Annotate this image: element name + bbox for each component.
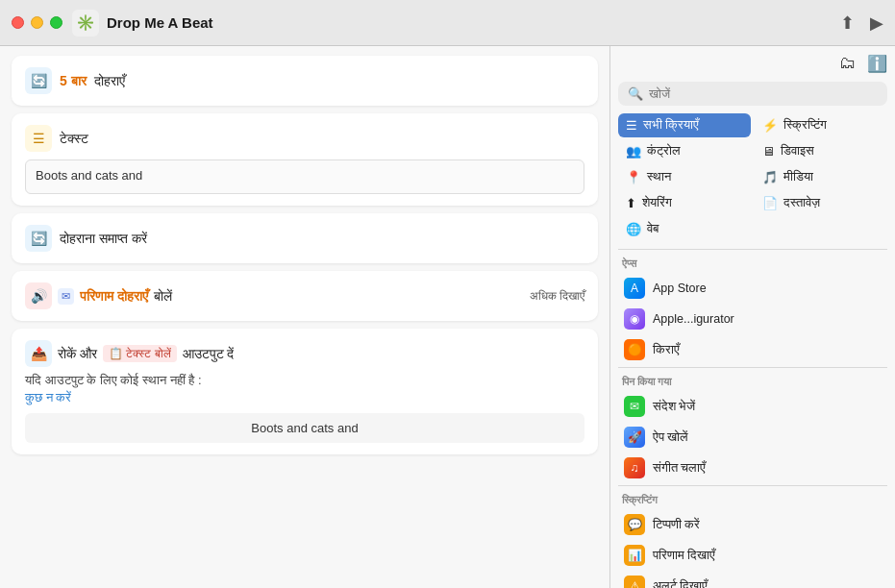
end-repeat-label: दोहराना समाप्त करें bbox=[60, 231, 147, 247]
list-item-comment[interactable]: 💬 टिप्पणी करें bbox=[618, 509, 887, 540]
launch-label: ऐप खोलें bbox=[653, 430, 688, 445]
category-control-label: कंट्रोल bbox=[647, 144, 681, 159]
output-icon: 📤 bbox=[25, 340, 52, 367]
speak-block-inner: 🔊 ✉ परिणाम दोहराएँ बोलें अधिक दिखाएँ bbox=[25, 282, 584, 309]
category-web-label: वेब bbox=[647, 222, 659, 236]
left-panel: 🔄 5 बार दोहराएँ ☰ टेक्स्ट Boots and cats… bbox=[0, 46, 610, 588]
panel-info-icon[interactable]: ℹ️ bbox=[867, 54, 887, 74]
speak-block[interactable]: 🔊 ✉ परिणाम दोहराएँ बोलें अधिक दिखाएँ bbox=[12, 271, 598, 321]
text-icon: ☰ bbox=[25, 125, 52, 152]
speak-block-left: 🔊 ✉ परिणाम दोहराएँ बोलें bbox=[25, 282, 172, 309]
category-sharing[interactable]: ⬆ शेयरिंग bbox=[618, 191, 751, 215]
share-icon[interactable]: ⬆ bbox=[840, 12, 855, 34]
titlebar: ✳️ Drop Me A Beat ⬆ ▶ bbox=[0, 0, 895, 46]
list-item-alert[interactable]: ⚠ अलर्ट दिखाएँ bbox=[618, 571, 887, 588]
panel-add-icon[interactable]: 🗂 bbox=[839, 54, 856, 74]
text-block[interactable]: ☰ टेक्स्ट Boots and cats and bbox=[12, 113, 598, 206]
apple-icon: ◉ bbox=[624, 308, 645, 330]
music-label: संगीत चलाएँ bbox=[653, 461, 706, 476]
speak-label: परिणाम दोहराएँ bbox=[80, 288, 148, 305]
play-icon[interactable]: ▶ bbox=[870, 12, 883, 34]
category-location-label: स्थान bbox=[647, 170, 671, 184]
all-icon: ☰ bbox=[626, 118, 637, 133]
apps-section-label: ऐप्स bbox=[622, 257, 887, 270]
minimize-button[interactable] bbox=[31, 16, 43, 29]
category-all[interactable]: ☰ सभी क्रियाएँ bbox=[618, 113, 751, 137]
docs-icon: 📄 bbox=[762, 196, 778, 210]
scripting-icon: ⚡ bbox=[762, 118, 778, 133]
repeat-block-header: 🔄 5 बार दोहराएँ bbox=[25, 67, 584, 94]
app-icon: ✳️ bbox=[72, 10, 99, 37]
divider bbox=[618, 249, 887, 250]
traffic-lights bbox=[12, 16, 62, 29]
msg-label: संदेश भेजें bbox=[653, 400, 695, 414]
list-item-other[interactable]: 🟠 किराएँ bbox=[618, 334, 887, 365]
category-media[interactable]: 🎵 मीडिया bbox=[755, 165, 887, 189]
repeat-icon: 🔄 bbox=[25, 67, 52, 94]
category-media-label: मीडिया bbox=[783, 170, 813, 184]
right-panel: 🗂 ℹ️ 🔍 ☰ सभी क्रियाएँ ⚡ स्क्रिप्टिंग 👥 क… bbox=[610, 46, 895, 588]
do-nothing-link[interactable]: कुछ न करें bbox=[25, 390, 71, 404]
result-label: परिणाम दिखाएँ bbox=[653, 549, 715, 563]
list-item-music[interactable]: ♫ संगीत चलाएँ bbox=[618, 453, 887, 483]
launch-icon: 🚀 bbox=[624, 427, 645, 448]
output-block[interactable]: 📤 रोकें और 📋 टेक्स्ट बोलें आउटपुट दें यद… bbox=[12, 329, 598, 454]
list-item-apple[interactable]: ◉ Apple...igurator bbox=[618, 304, 887, 334]
control-icon: 👥 bbox=[626, 144, 641, 159]
text-label: टेक्स्ट bbox=[60, 131, 88, 147]
search-box[interactable]: 🔍 bbox=[618, 82, 887, 106]
repeat-count: 5 बार bbox=[60, 73, 87, 89]
category-scripting[interactable]: ⚡ स्क्रिप्टिंग bbox=[755, 113, 887, 137]
list-item-result[interactable]: 📊 परिणाम दिखाएँ bbox=[618, 540, 887, 571]
output-suffix: आउटपुट दें bbox=[183, 346, 235, 362]
category-web[interactable]: 🌐 वेब bbox=[618, 217, 751, 241]
music-icon: ♫ bbox=[624, 457, 645, 478]
media-icon: 🎵 bbox=[762, 170, 778, 184]
category-devices[interactable]: 🖥 डिवाइस bbox=[755, 139, 887, 163]
search-icon: 🔍 bbox=[628, 86, 643, 101]
output-sub-label: 📋 टेक्स्ट बोलें bbox=[103, 345, 177, 362]
speak-sub-icon: ✉ bbox=[58, 288, 74, 305]
fullscreen-button[interactable] bbox=[50, 16, 62, 29]
category-location[interactable]: 📍 स्थान bbox=[618, 165, 751, 189]
category-all-label: सभी क्रियाएँ bbox=[643, 118, 699, 133]
end-repeat-block[interactable]: 🔄 दोहराना समाप्त करें bbox=[12, 213, 598, 263]
category-scripting-label: स्क्रिप्टिंग bbox=[783, 118, 827, 133]
right-panel-icons: 🗂 ℹ️ bbox=[618, 54, 887, 74]
no-space-text: यदि आउटपुट के लिए कोई स्थान नहीं है : bbox=[25, 373, 584, 388]
category-devices-label: डिवाइस bbox=[781, 144, 814, 159]
end-repeat-header: 🔄 दोहराना समाप्त करें bbox=[25, 225, 584, 252]
output-header: 📤 रोकें और 📋 टेक्स्ट बोलें आउटपुट दें bbox=[25, 340, 584, 367]
category-docs[interactable]: 📄 दस्तावेज़ bbox=[755, 191, 887, 215]
category-docs-label: दस्तावेज़ bbox=[783, 196, 820, 210]
sharing-icon: ⬆ bbox=[626, 196, 636, 210]
list-item-appstore[interactable]: A App Store bbox=[618, 273, 887, 304]
app-title: Drop Me A Beat bbox=[107, 14, 840, 31]
close-button[interactable] bbox=[12, 16, 24, 29]
titlebar-actions: ⬆ ▶ bbox=[840, 12, 883, 34]
divider2 bbox=[618, 367, 887, 368]
search-input[interactable] bbox=[649, 86, 878, 101]
output-preview: Boots and cats and bbox=[25, 413, 584, 443]
category-control[interactable]: 👥 कंट्रोल bbox=[618, 139, 751, 163]
appstore-icon: A bbox=[624, 278, 645, 299]
alert-label: अलर्ट दिखाएँ bbox=[653, 579, 708, 589]
text-input[interactable]: Boots and cats and bbox=[25, 159, 584, 194]
web-icon: 🌐 bbox=[626, 222, 641, 236]
output-prefix: रोकें और bbox=[58, 346, 97, 362]
location-icon: 📍 bbox=[626, 170, 641, 184]
speak-label2: बोलें bbox=[154, 288, 172, 305]
comment-label: टिप्पणी करें bbox=[653, 518, 700, 532]
repeat-block[interactable]: 🔄 5 बार दोहराएँ bbox=[12, 56, 598, 106]
category-sharing-label: शेयरिंग bbox=[642, 196, 672, 210]
main-content: 🔄 5 बार दोहराएँ ☰ टेक्स्ट Boots and cats… bbox=[0, 46, 895, 588]
devices-icon: 🖥 bbox=[762, 144, 775, 159]
apple-label: Apple...igurator bbox=[653, 312, 734, 326]
other-label: किराएँ bbox=[653, 343, 680, 357]
list-item-launch[interactable]: 🚀 ऐप खोलें bbox=[618, 422, 887, 453]
list-item-msg[interactable]: ✉ संदेश भेजें bbox=[618, 391, 887, 422]
result-icon: 📊 bbox=[624, 545, 645, 566]
scripting-section-label: स्क्रिप्टिंग bbox=[622, 494, 887, 506]
show-more[interactable]: अधिक दिखाएँ bbox=[530, 289, 584, 303]
speak-icon: 🔊 bbox=[25, 282, 52, 309]
